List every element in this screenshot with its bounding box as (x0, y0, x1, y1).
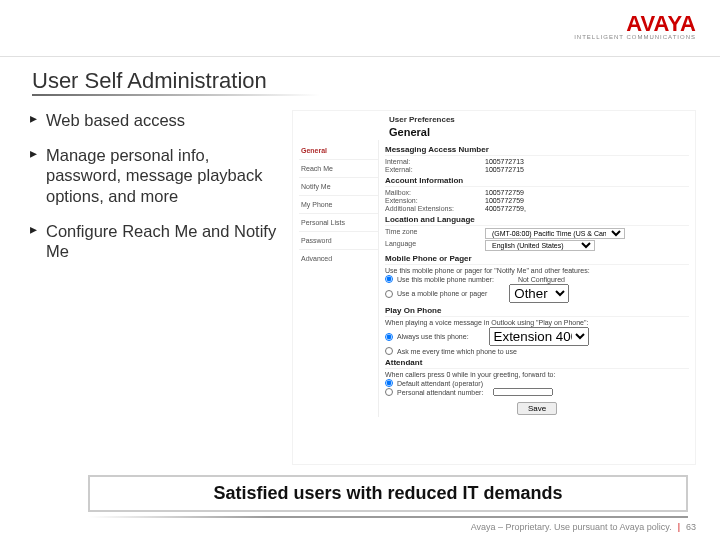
label-play-always: Always use this phone: (397, 333, 469, 340)
bullet-item: Web based access (32, 110, 282, 131)
label-timezone: Time zone (385, 228, 485, 239)
section-location: Location and Language (385, 215, 689, 226)
select-play-phone[interactable]: Extension 4005772759 (489, 327, 589, 346)
slide-footer: Avaya – Proprietary. Use pursuant to Ava… (471, 522, 696, 532)
bullet-list: Web based access Manage personal info, p… (32, 110, 292, 465)
section-messaging-access: Messaging Access Number (385, 145, 689, 156)
hint-mobile: Use this mobile phone or pager for "Noti… (385, 267, 689, 274)
label-extension: Extension: (385, 197, 485, 204)
radio-play-ask[interactable] (385, 347, 393, 355)
label-mailbox: Mailbox: (385, 189, 485, 196)
page-heading: General (389, 126, 687, 138)
footer-divider: | (678, 522, 680, 532)
tagline-text: Satisfied users with reduced IT demands (213, 483, 562, 503)
section-mobile: Mobile Phone or Pager (385, 254, 689, 265)
value-internal: 1005772713 (485, 158, 524, 165)
hint-play: When playing a voice message in Outlook … (385, 319, 689, 326)
brand-name: AVAYA (574, 14, 696, 34)
select-mobile-other[interactable]: Other (509, 284, 569, 303)
brand-tagline: INTELLIGENT COMMUNICATIONS (574, 34, 696, 40)
brand-logo: AVAYA INTELLIGENT COMMUNICATIONS (574, 14, 696, 40)
value-extension: 1005772759 (485, 197, 524, 204)
nav-item-password[interactable]: Password (299, 231, 378, 249)
label-additional-ext: Additional Extensions: (385, 205, 485, 212)
footer-text: Avaya – Proprietary. Use pursuant to Ava… (471, 522, 672, 532)
select-language[interactable]: English (United States) (485, 240, 595, 251)
nav-item-myphone[interactable]: My Phone (299, 195, 378, 213)
radio-play-always[interactable] (385, 333, 393, 341)
hint-attendant: When callers press 0 while in your greet… (385, 371, 689, 378)
section-account: Account Information (385, 176, 689, 187)
bullet-item: Manage personal info, password, message … (32, 145, 282, 207)
radio-mobile-number[interactable] (385, 275, 393, 283)
label-attendant-default: Default attendant (operator) (397, 380, 483, 387)
tagline-box: Satisfied users with reduced IT demands (88, 475, 688, 512)
tagline-rule (88, 516, 688, 518)
nav-item-general[interactable]: General (299, 142, 378, 159)
input-attendant-number[interactable] (493, 388, 553, 396)
value-mailbox: 1005772759 (485, 189, 524, 196)
label-attendant-personal: Personal attendant number: (397, 389, 483, 396)
section-attendant: Attendant (385, 358, 689, 369)
label-play-ask: Ask me every time which phone to use (397, 348, 517, 355)
settings-nav: General Reach Me Notify Me My Phone Pers… (293, 140, 379, 417)
radio-attendant-personal[interactable] (385, 388, 393, 396)
label-language: Language (385, 240, 485, 251)
radio-attendant-default[interactable] (385, 379, 393, 387)
breadcrumb: User Preferences (389, 115, 687, 124)
label-mobile-other: Use a mobile phone or pager (397, 290, 487, 297)
value-mobile-number: Not Configured (518, 276, 565, 283)
label-external: External: (385, 166, 485, 173)
section-play: Play On Phone (385, 306, 689, 317)
slide-title: User Self Administration (0, 56, 720, 100)
slide-title-text: User Self Administration (32, 68, 267, 93)
value-external: 1005772715 (485, 166, 524, 173)
app-screenshot: User Preferences General General Reach M… (292, 110, 696, 465)
label-internal: Internal: (385, 158, 485, 165)
nav-item-notifyme[interactable]: Notify Me (299, 177, 378, 195)
footer-page: 63 (686, 522, 696, 532)
save-button[interactable]: Save (517, 402, 557, 415)
radio-mobile-other[interactable] (385, 290, 393, 298)
title-underline (32, 94, 320, 96)
nav-item-reachme[interactable]: Reach Me (299, 159, 378, 177)
nav-item-personal-lists[interactable]: Personal Lists (299, 213, 378, 231)
bullet-item: Configure Reach Me and Notify Me (32, 221, 282, 262)
value-additional-ext: 4005772759, (485, 205, 526, 212)
label-mobile-number: Use this mobile phone number: (397, 276, 494, 283)
select-timezone[interactable]: (GMT-08:00) Pacific Time (US & Canada); … (485, 228, 625, 239)
nav-item-advanced[interactable]: Advanced (299, 249, 378, 267)
